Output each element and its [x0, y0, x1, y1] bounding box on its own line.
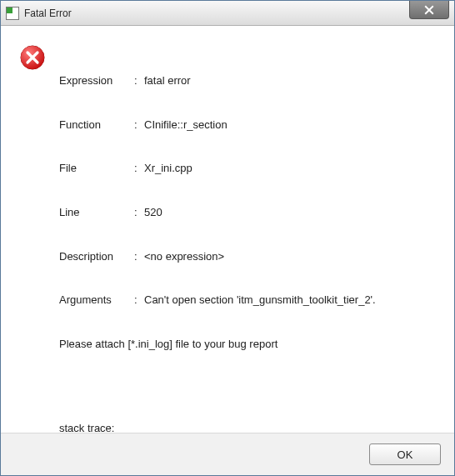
message-text: Expression : fatal error Function : CIni…: [52, 44, 436, 424]
function-label: Function: [59, 118, 134, 133]
stack-header: stack trace:: [59, 421, 436, 433]
line-value: 520: [144, 205, 162, 220]
arguments-label: Arguments: [59, 293, 134, 308]
app-icon: [6, 7, 19, 20]
description-label: Description: [59, 249, 134, 264]
expression-value: fatal error: [144, 73, 191, 88]
close-icon: [424, 5, 434, 15]
description-value: <no expression>: [144, 249, 224, 264]
arguments-value: Can't open section 'itm_gunsmith_toolkit…: [144, 293, 376, 308]
attach-line: Please attach [*.ini_log] file to your b…: [59, 337, 436, 352]
error-icon: [19, 44, 46, 71]
ok-button[interactable]: OK: [369, 443, 441, 465]
close-button[interactable]: [409, 1, 449, 19]
line-label: Line: [59, 205, 134, 220]
dialog-body: Expression : fatal error Function : CIni…: [1, 26, 454, 433]
icon-column: [19, 44, 52, 424]
dialog-footer: OK: [1, 433, 454, 475]
function-value: CInifile::r_section: [144, 118, 228, 133]
file-label: File: [59, 161, 134, 176]
error-dialog: Fatal Error: [0, 0, 455, 476]
expression-label: Expression: [59, 73, 134, 88]
window-title: Fatal Error: [24, 8, 72, 19]
file-value: Xr_ini.cpp: [144, 161, 192, 176]
titlebar: Fatal Error: [1, 1, 454, 26]
